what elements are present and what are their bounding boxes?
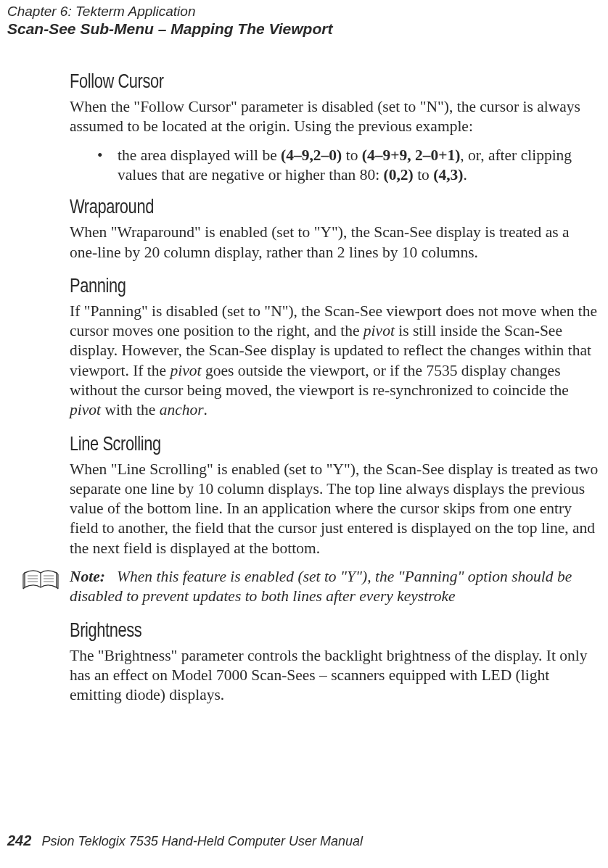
note-body: When this feature is enabled (set to "Y"… (70, 568, 572, 605)
heading-line-scrolling: Line Scrolling (70, 432, 608, 455)
text-bold: (0,2) (384, 166, 414, 183)
list-item: • the area displayed will be (4–9,2–0) t… (97, 146, 601, 186)
text-italic: pivot (171, 362, 202, 379)
heading-brightness: Brightness (70, 619, 608, 642)
para-wraparound: When "Wraparound" is enabled (set to "Y"… (70, 223, 601, 263)
text-run: . (204, 401, 208, 418)
bullet-list: • the area displayed will be (4–9,2–0) t… (70, 146, 601, 186)
para-panning: If "Panning" is disabled (set to "N"), t… (70, 302, 601, 421)
text-run: to (414, 166, 433, 183)
running-header: Chapter 6: Tekterm Application Scan-See … (7, 4, 601, 38)
text-italic: pivot (70, 401, 101, 418)
bullet-icon: • (97, 146, 118, 186)
text-italic: pivot (363, 322, 395, 339)
chapter-line: Chapter 6: Tekterm Application (7, 4, 601, 20)
text-run: . (463, 166, 467, 183)
chapter-subline: Scan-See Sub-Menu – Mapping The Viewport (7, 20, 601, 38)
text-run: to (342, 146, 361, 164)
text-run: the area displayed will be (118, 146, 281, 164)
heading-wraparound: Wraparound (70, 195, 608, 218)
text-bold: (4,3) (433, 166, 463, 183)
page-footer: 242Psion Teklogix 7535 Hand-Held Compute… (7, 832, 363, 849)
page-number: 242 (7, 832, 31, 848)
book-icon (12, 567, 70, 593)
bullet-text: the area displayed will be (4–9,2–0) to … (118, 146, 601, 186)
para-line-scrolling: When "Line Scrolling" is enabled (set to… (70, 460, 601, 558)
footer-title: Psion Teklogix 7535 Hand-Held Computer U… (41, 834, 363, 848)
text-run: with the (101, 401, 160, 418)
para-brightness: The "Brightness" parameter controls the … (70, 646, 601, 706)
content-area: Follow Cursor When the "Follow Cursor" p… (70, 70, 601, 706)
note-block: Note: When this feature is enabled (set … (12, 567, 601, 607)
text-bold: (4–9+9, 2–0+1) (362, 146, 461, 164)
text-bold: (4–9,2–0) (281, 146, 342, 164)
note-label: Note: (70, 568, 105, 585)
para-follow-cursor: When the "Follow Cursor" parameter is di… (70, 97, 601, 137)
text-italic: anchor (160, 401, 204, 418)
note-text: Note: When this feature is enabled (set … (70, 567, 601, 607)
heading-panning: Panning (70, 274, 608, 297)
page-container: Chapter 6: Tekterm Application Scan-See … (0, 0, 608, 868)
heading-follow-cursor: Follow Cursor (70, 70, 608, 93)
